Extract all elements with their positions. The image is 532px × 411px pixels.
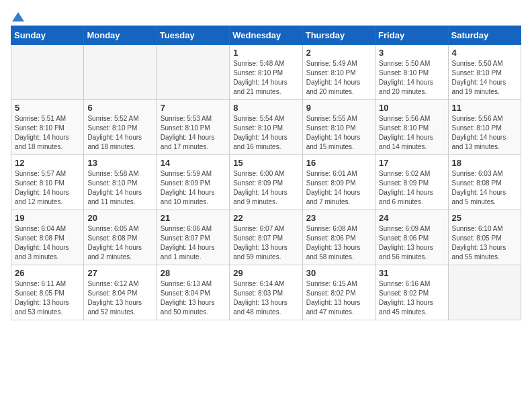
calendar-week-row: 5Sunrise: 5:51 AMSunset: 8:10 PMDaylight… — [11, 100, 521, 155]
day-info: Sunrise: 5:49 AMSunset: 8:10 PMDaylight:… — [306, 59, 371, 97]
day-number: 2 — [306, 48, 371, 58]
day-number: 9 — [306, 103, 371, 113]
calendar-cell: 31Sunrise: 6:16 AMSunset: 8:02 PMDayligh… — [375, 265, 448, 320]
calendar-cell: 14Sunrise: 5:59 AMSunset: 8:09 PMDayligh… — [157, 155, 229, 210]
day-number: 28 — [161, 268, 226, 278]
weekday-header-friday: Friday — [375, 26, 448, 45]
calendar-cell: 9Sunrise: 5:55 AMSunset: 8:10 PMDaylight… — [302, 100, 375, 155]
day-info: Sunrise: 5:53 AMSunset: 8:10 PMDaylight:… — [161, 114, 226, 152]
calendar-cell: 5Sunrise: 5:51 AMSunset: 8:10 PMDaylight… — [11, 100, 84, 155]
day-info: Sunrise: 6:00 AMSunset: 8:09 PMDaylight:… — [233, 169, 298, 207]
day-number: 5 — [15, 103, 80, 113]
logo-icon — [12, 12, 24, 21]
logo — [11, 11, 24, 19]
day-info: Sunrise: 6:07 AMSunset: 8:07 PMDaylight:… — [233, 224, 298, 262]
day-number: 3 — [379, 48, 444, 58]
day-number: 26 — [15, 268, 80, 278]
calendar-cell: 30Sunrise: 6:15 AMSunset: 8:02 PMDayligh… — [302, 265, 375, 320]
calendar-cell: 28Sunrise: 6:13 AMSunset: 8:04 PMDayligh… — [157, 265, 229, 320]
day-number: 18 — [452, 158, 517, 168]
calendar-cell: 4Sunrise: 5:50 AMSunset: 8:10 PMDaylight… — [448, 45, 521, 100]
calendar-cell: 6Sunrise: 5:52 AMSunset: 8:10 PMDaylight… — [84, 100, 157, 155]
calendar-cell: 21Sunrise: 6:06 AMSunset: 8:07 PMDayligh… — [157, 210, 229, 265]
day-info: Sunrise: 6:05 AMSunset: 8:08 PMDaylight:… — [87, 224, 152, 262]
day-number: 16 — [306, 158, 371, 168]
day-number: 24 — [379, 213, 444, 223]
calendar-cell — [157, 45, 229, 100]
day-number: 19 — [15, 213, 80, 223]
day-info: Sunrise: 5:50 AMSunset: 8:10 PMDaylight:… — [452, 59, 517, 97]
weekday-header-row: SundayMondayTuesdayWednesdayThursdayFrid… — [11, 26, 521, 45]
calendar-cell: 7Sunrise: 5:53 AMSunset: 8:10 PMDaylight… — [157, 100, 229, 155]
day-info: Sunrise: 6:01 AMSunset: 8:09 PMDaylight:… — [306, 169, 371, 207]
calendar-cell: 3Sunrise: 5:50 AMSunset: 8:10 PMDaylight… — [375, 45, 448, 100]
weekday-header-sunday: Sunday — [11, 26, 84, 45]
calendar-cell — [84, 45, 157, 100]
calendar-cell: 12Sunrise: 5:57 AMSunset: 8:10 PMDayligh… — [11, 155, 84, 210]
day-number: 30 — [306, 268, 371, 278]
calendar-cell: 27Sunrise: 6:12 AMSunset: 8:04 PMDayligh… — [84, 265, 157, 320]
calendar-cell: 10Sunrise: 5:56 AMSunset: 8:10 PMDayligh… — [375, 100, 448, 155]
day-number: 31 — [379, 268, 444, 278]
day-number: 11 — [452, 103, 517, 113]
calendar-cell: 26Sunrise: 6:11 AMSunset: 8:05 PMDayligh… — [11, 265, 84, 320]
day-number: 12 — [15, 158, 80, 168]
day-info: Sunrise: 6:14 AMSunset: 8:03 PMDaylight:… — [233, 279, 298, 317]
day-info: Sunrise: 6:11 AMSunset: 8:05 PMDaylight:… — [15, 279, 80, 317]
calendar-body: 1Sunrise: 5:48 AMSunset: 8:10 PMDaylight… — [11, 45, 521, 320]
day-info: Sunrise: 5:58 AMSunset: 8:10 PMDaylight:… — [87, 169, 152, 207]
calendar-cell: 25Sunrise: 6:10 AMSunset: 8:05 PMDayligh… — [448, 210, 521, 265]
day-info: Sunrise: 6:09 AMSunset: 8:06 PMDaylight:… — [379, 224, 444, 262]
calendar-cell: 17Sunrise: 6:02 AMSunset: 8:09 PMDayligh… — [375, 155, 448, 210]
day-number: 29 — [233, 268, 298, 278]
day-info: Sunrise: 6:06 AMSunset: 8:07 PMDaylight:… — [161, 224, 226, 262]
calendar-cell: 29Sunrise: 6:14 AMSunset: 8:03 PMDayligh… — [230, 265, 302, 320]
day-number: 13 — [87, 158, 152, 168]
calendar-cell: 11Sunrise: 5:56 AMSunset: 8:10 PMDayligh… — [448, 100, 521, 155]
svg-marker-0 — [12, 12, 24, 21]
day-info: Sunrise: 6:12 AMSunset: 8:04 PMDaylight:… — [87, 279, 152, 317]
day-info: Sunrise: 6:13 AMSunset: 8:04 PMDaylight:… — [161, 279, 226, 317]
calendar-cell: 16Sunrise: 6:01 AMSunset: 8:09 PMDayligh… — [302, 155, 375, 210]
calendar-cell: 2Sunrise: 5:49 AMSunset: 8:10 PMDaylight… — [302, 45, 375, 100]
day-number: 14 — [161, 158, 226, 168]
day-number: 6 — [87, 103, 152, 113]
day-info: Sunrise: 5:56 AMSunset: 8:10 PMDaylight:… — [452, 114, 517, 152]
calendar-cell: 23Sunrise: 6:08 AMSunset: 8:06 PMDayligh… — [302, 210, 375, 265]
calendar-week-row: 1Sunrise: 5:48 AMSunset: 8:10 PMDaylight… — [11, 45, 521, 100]
day-info: Sunrise: 5:50 AMSunset: 8:10 PMDaylight:… — [379, 59, 444, 97]
day-info: Sunrise: 5:59 AMSunset: 8:09 PMDaylight:… — [161, 169, 226, 207]
calendar-cell: 13Sunrise: 5:58 AMSunset: 8:10 PMDayligh… — [84, 155, 157, 210]
day-info: Sunrise: 5:56 AMSunset: 8:10 PMDaylight:… — [379, 114, 444, 152]
day-info: Sunrise: 6:03 AMSunset: 8:08 PMDaylight:… — [452, 169, 517, 207]
day-info: Sunrise: 6:15 AMSunset: 8:02 PMDaylight:… — [306, 279, 371, 317]
day-number: 21 — [161, 213, 226, 223]
day-info: Sunrise: 5:48 AMSunset: 8:10 PMDaylight:… — [233, 59, 298, 97]
weekday-header-monday: Monday — [84, 26, 157, 45]
day-info: Sunrise: 6:16 AMSunset: 8:02 PMDaylight:… — [379, 279, 444, 317]
day-number: 8 — [233, 103, 298, 113]
weekday-header-tuesday: Tuesday — [157, 26, 229, 45]
day-number: 4 — [452, 48, 517, 58]
calendar-week-row: 19Sunrise: 6:04 AMSunset: 8:08 PMDayligh… — [11, 210, 521, 265]
day-info: Sunrise: 6:02 AMSunset: 8:09 PMDaylight:… — [379, 169, 444, 207]
day-number: 27 — [87, 268, 152, 278]
day-number: 22 — [233, 213, 298, 223]
day-number: 17 — [379, 158, 444, 168]
calendar-week-row: 12Sunrise: 5:57 AMSunset: 8:10 PMDayligh… — [11, 155, 521, 210]
calendar-cell — [11, 45, 84, 100]
calendar-cell: 18Sunrise: 6:03 AMSunset: 8:08 PMDayligh… — [448, 155, 521, 210]
calendar-cell: 19Sunrise: 6:04 AMSunset: 8:08 PMDayligh… — [11, 210, 84, 265]
calendar-cell: 22Sunrise: 6:07 AMSunset: 8:07 PMDayligh… — [230, 210, 302, 265]
day-number: 23 — [306, 213, 371, 223]
calendar-cell: 15Sunrise: 6:00 AMSunset: 8:09 PMDayligh… — [230, 155, 302, 210]
day-info: Sunrise: 6:04 AMSunset: 8:08 PMDaylight:… — [15, 224, 80, 262]
day-info: Sunrise: 5:54 AMSunset: 8:10 PMDaylight:… — [233, 114, 298, 152]
calendar-table: SundayMondayTuesdayWednesdayThursdayFrid… — [11, 26, 521, 320]
calendar-cell: 20Sunrise: 6:05 AMSunset: 8:08 PMDayligh… — [84, 210, 157, 265]
day-info: Sunrise: 5:55 AMSunset: 8:10 PMDaylight:… — [306, 114, 371, 152]
day-info: Sunrise: 5:52 AMSunset: 8:10 PMDaylight:… — [87, 114, 152, 152]
day-number: 15 — [233, 158, 298, 168]
day-info: Sunrise: 6:10 AMSunset: 8:05 PMDaylight:… — [452, 224, 517, 262]
day-number: 25 — [452, 213, 517, 223]
